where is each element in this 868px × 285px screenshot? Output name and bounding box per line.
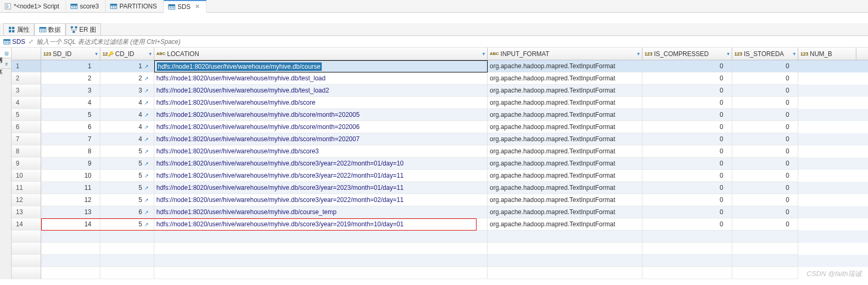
table-row[interactable]: 222↗hdfs://node1:8020/user/hive/warehous… [12, 72, 868, 85]
cell-is-storeda[interactable]: 0 [732, 60, 798, 72]
external-link-icon[interactable]: ↗ [144, 136, 148, 142]
cell-cd-id[interactable]: 4↗ [100, 121, 154, 133]
table-row[interactable]: 333↗hdfs://node1:8020/user/hive/warehous… [12, 85, 868, 97]
row-number[interactable]: 2 [12, 72, 41, 85]
external-link-icon[interactable]: ↗ [144, 88, 148, 94]
cell-cd-id[interactable]: 5↗ [100, 145, 154, 158]
dropdown-icon[interactable]: ▾ [95, 51, 98, 57]
dropdown-icon[interactable]: ▾ [727, 51, 730, 57]
cell-is-storeda[interactable]: 0 [732, 158, 798, 170]
row-number[interactable]: 9 [12, 158, 41, 170]
cell-location[interactable]: hdfs://node1:8020/user/hive/warehouse/my… [154, 97, 488, 109]
cell-sd-id[interactable]: 6 [41, 121, 100, 133]
cell-input-format[interactable]: org.apache.hadoop.mapred.TextInputFormat [488, 158, 642, 170]
expand-icon[interactable]: ⤢ [29, 38, 33, 45]
external-link-icon[interactable]: ↗ [144, 63, 148, 69]
tab-score3[interactable]: score3 [66, 0, 106, 12]
cell-input-format[interactable]: org.apache.hadoop.mapred.TextInputFormat [488, 121, 642, 133]
cell-sd-id[interactable]: 13 [41, 206, 100, 218]
cell-cd-id[interactable]: 2↗ [100, 72, 154, 85]
cell-location[interactable]: hdfs://node1:8020/user/hive/warehouse/my… [154, 145, 488, 158]
cell-cd-id[interactable]: 1↗ [100, 60, 154, 72]
row-number[interactable]: 14 [12, 218, 41, 231]
cell-input-format[interactable]: org.apache.hadoop.mapred.TextInputFormat [488, 109, 642, 121]
cell-input-format[interactable]: org.apache.hadoop.mapred.TextInputFormat [488, 60, 642, 72]
external-link-icon[interactable]: ↗ [144, 149, 148, 154]
dropdown-icon[interactable]: ▾ [482, 51, 485, 57]
cell-cd-id[interactable]: 5↗ [100, 170, 154, 182]
sub-tab-props[interactable]: 属性 [3, 23, 34, 35]
cell-is-compressed[interactable]: 0 [642, 60, 732, 72]
external-link-icon[interactable]: ↗ [144, 112, 148, 118]
cell-is-storeda[interactable]: 0 [732, 121, 798, 133]
sub-tab-data[interactable]: 数据 [34, 23, 66, 35]
col-header-cd-id[interactable]: 12🔑CD_ID▾ [100, 48, 154, 60]
cell-input-format[interactable]: org.apache.hadoop.mapred.TextInputFormat [488, 97, 642, 109]
cell-input-format[interactable]: org.apache.hadoop.mapred.TextInputFormat [488, 72, 642, 85]
table-row[interactable]: 774↗hdfs://node1:8020/user/hive/warehous… [12, 133, 868, 145]
row-number[interactable]: 7 [12, 133, 41, 145]
table-row[interactable]: 12125↗hdfs://node1:8020/user/hive/wareho… [12, 194, 868, 206]
cell-sd-id[interactable]: 5 [41, 109, 100, 121]
cell-location[interactable]: hdfs://node1:8020/user/hive/warehouse/my… [154, 85, 488, 97]
col-header-input-format[interactable]: ABCINPUT_FORMAT▾ [488, 48, 642, 60]
cell-input-format[interactable]: org.apache.hadoop.mapred.TextInputFormat [488, 145, 642, 158]
cell-location[interactable]: hdfs://node1:8020/user/hive/warehouse/my… [154, 206, 488, 218]
external-link-icon[interactable]: ↗ [144, 124, 148, 130]
external-link-icon[interactable]: ↗ [144, 185, 148, 191]
cell-cd-id[interactable]: 5↗ [100, 158, 154, 170]
cell-cd-id[interactable]: 4↗ [100, 109, 154, 121]
col-header-sd-id[interactable]: 123SD_ID▾ [41, 48, 100, 60]
row-number[interactable]: 8 [12, 145, 41, 158]
row-number[interactable]: 12 [12, 194, 41, 206]
cell-is-storeda[interactable]: 0 [732, 109, 798, 121]
cell-cd-id[interactable]: 5↗ [100, 182, 154, 194]
cell-cd-id[interactable]: 6↗ [100, 206, 154, 218]
cell-location[interactable]: hdfs://node1:8020/user/hive/warehouse/my… [154, 121, 488, 133]
table-row[interactable]: 11115↗hdfs://node1:8020/user/hive/wareho… [12, 182, 868, 194]
cell-sd-id[interactable]: 4 [41, 97, 100, 109]
external-link-icon[interactable]: ↗ [144, 197, 148, 203]
row-number[interactable]: 1 [12, 60, 41, 72]
side-tab-grid[interactable]: 网格 [0, 48, 11, 58]
cell-input-format[interactable]: org.apache.hadoop.mapred.TextInputFormat [488, 182, 642, 194]
cell-sd-id[interactable]: 12 [41, 194, 100, 206]
cell-sd-id[interactable]: 3 [41, 85, 100, 97]
cell-is-compressed[interactable]: 0 [642, 121, 732, 133]
row-number-header[interactable] [12, 48, 41, 60]
cell-sd-id[interactable]: 7 [41, 133, 100, 145]
cell-input-format[interactable]: org.apache.hadoop.mapred.TextInputFormat [488, 206, 642, 218]
cell-cd-id[interactable]: 5↗ [100, 218, 154, 231]
cell-input-format[interactable]: org.apache.hadoop.mapred.TextInputFormat [488, 85, 642, 97]
dropdown-icon[interactable]: ▾ [149, 51, 152, 57]
cell-sd-id[interactable]: 11 [41, 182, 100, 194]
cell-is-compressed[interactable]: 0 [642, 206, 732, 218]
sub-tab-er[interactable]: ER 图 [66, 23, 101, 35]
dropdown-icon[interactable]: ▾ [793, 51, 796, 57]
cell-is-storeda[interactable]: 0 [732, 85, 798, 97]
cell-is-compressed[interactable]: 0 [642, 182, 732, 194]
table-link[interactable]: SDS [3, 38, 25, 45]
cell-is-storeda[interactable]: 0 [732, 182, 798, 194]
row-number[interactable]: 3 [12, 85, 41, 97]
tab-script[interactable]: *<node1> Script [0, 0, 66, 12]
cell-sd-id[interactable]: 1 [41, 60, 100, 72]
cell-is-storeda[interactable]: 0 [732, 97, 798, 109]
dropdown-icon[interactable]: ▾ [637, 51, 640, 57]
cell-is-compressed[interactable]: 0 [642, 218, 732, 231]
cell-sd-id[interactable]: 10 [41, 170, 100, 182]
cell-location[interactable]: hdfs://node1:8020/user/hive/warehouse/my… [154, 133, 488, 145]
close-icon[interactable]: ✕ [195, 3, 200, 10]
external-link-icon[interactable]: ↗ [144, 76, 148, 81]
cell-sd-id[interactable]: 2 [41, 72, 100, 85]
cell-input-format[interactable]: org.apache.hadoop.mapred.TextInputFormat [488, 218, 642, 231]
table-row[interactable]: 885↗hdfs://node1:8020/user/hive/warehous… [12, 145, 868, 158]
table-row[interactable]: 14145↗hdfs://node1:8020/user/hive/wareho… [12, 218, 868, 231]
cell-is-storeda[interactable]: 0 [732, 194, 798, 206]
row-number[interactable]: 13 [12, 206, 41, 218]
table-row[interactable]: 444↗hdfs://node1:8020/user/hive/warehous… [12, 97, 868, 109]
cell-is-compressed[interactable]: 0 [642, 158, 732, 170]
cell-location[interactable]: hdfs://node1:8020/user/hive/warehouse/my… [154, 182, 488, 194]
cell-is-compressed[interactable]: 0 [642, 109, 732, 121]
cell-sd-id[interactable]: 8 [41, 145, 100, 158]
